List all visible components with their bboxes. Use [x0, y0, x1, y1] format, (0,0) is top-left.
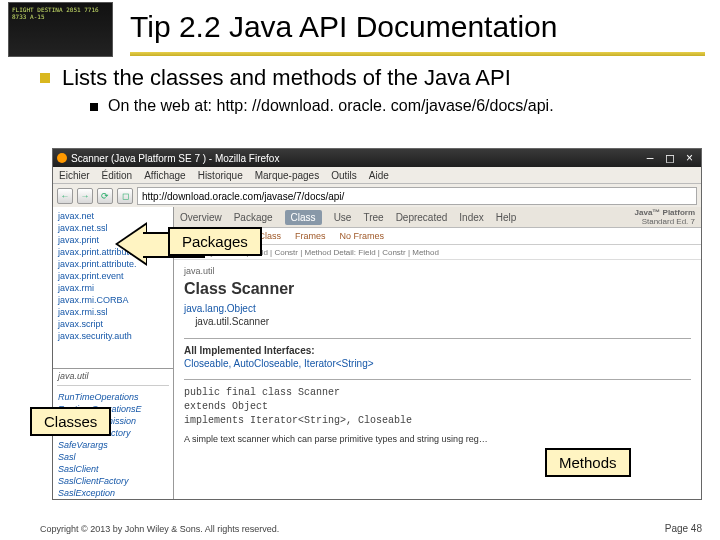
stop-button[interactable]: ◻	[117, 188, 133, 204]
reload-button[interactable]: ⟳	[97, 188, 113, 204]
back-button[interactable]: ←	[57, 188, 73, 204]
class-description: A simple text scanner which can parse pr…	[184, 434, 691, 444]
menu-help[interactable]: Aide	[369, 170, 389, 181]
class-link[interactable]: Sasl	[58, 452, 76, 462]
tab-package[interactable]: Package	[234, 212, 273, 223]
divider	[184, 379, 691, 380]
bullet-square-icon	[40, 73, 50, 83]
inh-object[interactable]: java.lang.Object	[184, 303, 256, 314]
class-link[interactable]: SaslException	[58, 488, 115, 498]
classes-header: java.util	[53, 369, 173, 383]
tab-index[interactable]: Index	[459, 212, 483, 223]
url-text: http://download.oracle.com/javase/7/docs…	[142, 191, 344, 202]
bullet-text-2: On the web at: http: //download. oracle.…	[108, 97, 554, 115]
window-title: Scanner (Java Platform SE 7 ) - Mozilla …	[71, 153, 279, 164]
package-link[interactable]: javax.print.attribute.	[58, 258, 168, 270]
slide-title: Tip 2.2 Java API Documentation	[130, 10, 557, 44]
class-link[interactable]: RunTimeOperations	[58, 392, 138, 402]
copyright-footer: Copyright © 2013 by John Wiley & Sons. A…	[40, 524, 279, 534]
tab-overview[interactable]: Overview	[180, 212, 222, 223]
brand-text: Java™ PlatformStandard Ed. 7	[635, 208, 695, 226]
frames-link[interactable]: Frames	[295, 231, 326, 241]
javadoc-tabs: Overview Package Class Use Tree Deprecat…	[174, 207, 701, 228]
bullet-level2: On the web at: http: //download. oracle.…	[90, 97, 700, 115]
forward-button[interactable]: →	[77, 188, 93, 204]
arrow-left-icon: ←	[61, 191, 70, 201]
package-link[interactable]: javax.net	[58, 210, 168, 222]
decor-board: FLIGHT DESTINA 2051 7716 8733 A-15	[8, 2, 113, 57]
menu-tools[interactable]: Outils	[331, 170, 357, 181]
package-link[interactable]: javax.rmi	[58, 282, 168, 294]
divider	[184, 338, 691, 339]
title-underline	[130, 52, 705, 56]
toolbar: ← → ⟳ ◻ http://download.oracle.com/javas…	[53, 184, 701, 209]
window-titlebar: Scanner (Java Platform SE 7 ) - Mozilla …	[53, 149, 701, 167]
class-link[interactable]: SafeVarargs	[58, 440, 108, 450]
package-label: java.util	[184, 266, 691, 276]
package-link[interactable]: javax.net.ssl	[58, 222, 168, 234]
tab-class[interactable]: Class	[285, 210, 322, 225]
tab-deprecated[interactable]: Deprecated	[396, 212, 448, 223]
callout-classes: Classes	[30, 407, 111, 436]
menu-bookmarks[interactable]: Marque-pages	[255, 170, 319, 181]
packages-frame[interactable]: javax.net javax.net.ssl javax.print java…	[53, 207, 173, 369]
menu-edit[interactable]: Édition	[102, 170, 133, 181]
divider	[57, 385, 169, 386]
class-declaration: public final class Scanner extends Objec…	[184, 386, 691, 428]
firefox-icon	[57, 153, 67, 163]
class-link[interactable]: SaslClientFactory	[58, 476, 129, 486]
package-link[interactable]: javax.print.attribute	[58, 246, 168, 258]
callout-packages: Packages	[168, 227, 262, 256]
package-link[interactable]: javax.script	[58, 318, 168, 330]
bullet-subsquare-icon	[90, 103, 98, 111]
callout-methods: Methods	[545, 448, 631, 477]
all-implemented-interfaces-label: All Implemented Interfaces:	[184, 345, 691, 356]
tab-use[interactable]: Use	[334, 212, 352, 223]
package-link[interactable]: javax.rmi.ssl	[58, 306, 168, 318]
inheritance-tree: java.lang.Object java.util.Scanner	[184, 302, 691, 328]
package-link[interactable]: javax.security.auth	[58, 330, 168, 342]
tab-help[interactable]: Help	[496, 212, 517, 223]
noframes-link[interactable]: No Frames	[340, 231, 385, 241]
menu-view[interactable]: Affichage	[144, 170, 186, 181]
class-link[interactable]: SaslClient	[58, 464, 99, 474]
bullet-list: Lists the classes and methods of the Jav…	[40, 65, 700, 115]
package-link[interactable]: javax.print.event	[58, 270, 168, 282]
package-link[interactable]: javax.rmi.CORBA	[58, 294, 168, 306]
inh-scanner: java.util.Scanner	[195, 316, 269, 327]
menu-file[interactable]: Eichier	[59, 170, 90, 181]
menu-history[interactable]: Historique	[198, 170, 243, 181]
package-link[interactable]: javax.print	[58, 234, 168, 246]
tab-tree[interactable]: Tree	[363, 212, 383, 223]
class-title: Class Scanner	[184, 280, 691, 298]
page-number: Page 48	[665, 523, 702, 534]
arrow-right-icon: →	[81, 191, 90, 201]
bullet-level1: Lists the classes and methods of the Jav…	[40, 65, 700, 91]
menu-bar: Eichier Édition Affichage Historique Mar…	[53, 167, 701, 184]
reload-icon: ⟳	[101, 191, 109, 201]
bullet-text-1: Lists the classes and methods of the Jav…	[62, 65, 511, 91]
address-bar[interactable]: http://download.oracle.com/javase/7/docs…	[137, 187, 697, 205]
implemented-interfaces: Closeable, AutoCloseable, Iterator<Strin…	[184, 358, 691, 369]
window-buttons[interactable]: – ◻ ×	[647, 151, 697, 165]
stop-icon: ◻	[122, 191, 129, 201]
